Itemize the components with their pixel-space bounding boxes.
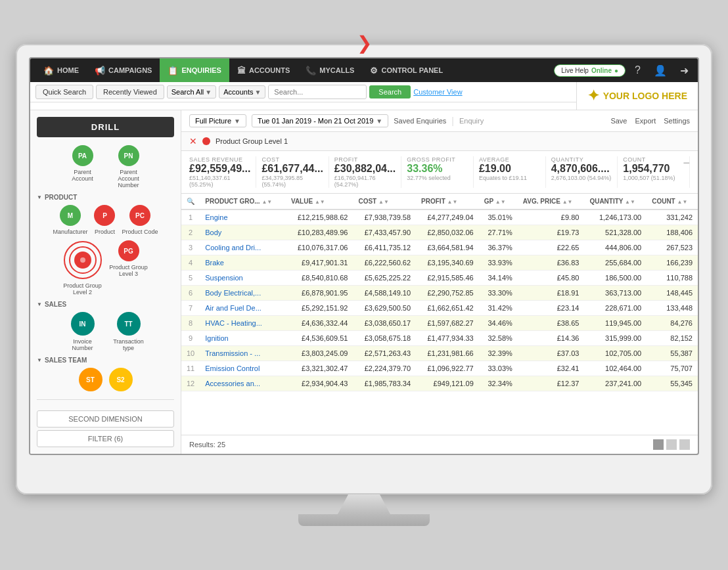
search-col-icon: 🔍 bbox=[187, 198, 194, 205]
live-help-button[interactable]: Live Help Online ● bbox=[554, 64, 626, 77]
results-row: Results: 25 bbox=[181, 435, 698, 454]
quick-search-button[interactable]: Quick Search bbox=[35, 85, 93, 99]
parent-account-number-node[interactable]: PN Parent Account Number bbox=[109, 145, 148, 188]
product-name-cell[interactable]: Emission Control bbox=[200, 361, 286, 376]
product-name-cell[interactable]: HVAC - Heating... bbox=[200, 316, 286, 331]
logout-icon[interactable]: ➜ bbox=[676, 62, 693, 79]
transaction-type-node[interactable]: TT Transaction type bbox=[109, 312, 148, 351]
drill-button[interactable]: DRILL bbox=[37, 117, 174, 137]
filter-row: ✕ Product Group Level 1 bbox=[181, 132, 698, 151]
table-row: 7Air and Fuel De...£5,292,151.92£3,629,5… bbox=[181, 301, 698, 316]
product-node[interactable]: P Product bbox=[94, 205, 115, 235]
parent-account-node[interactable]: PA Parent Account bbox=[63, 145, 102, 188]
logo-area: ✦ YOUR LOGO HERE bbox=[576, 82, 698, 110]
chart-view-icon[interactable] bbox=[679, 439, 690, 450]
avg-price-cell: £18.91 bbox=[518, 286, 585, 301]
sales-team-node1[interactable]: ST bbox=[79, 368, 102, 394]
help-icon[interactable]: ? bbox=[631, 62, 645, 79]
col-value[interactable]: VALUE ▲▼ bbox=[286, 194, 353, 209]
collapse-button[interactable]: − bbox=[683, 156, 690, 170]
product-name-cell[interactable]: Accessories an... bbox=[200, 376, 286, 391]
filter-close-icon[interactable]: ✕ bbox=[189, 136, 197, 146]
nav-home[interactable]: 🏠 HOME bbox=[35, 58, 87, 82]
cost-cell: £4,588,149.10 bbox=[353, 286, 416, 301]
product-name-cell[interactable]: Ignition bbox=[200, 331, 286, 346]
nav-accounts[interactable]: 🏛 ACCOUNTS bbox=[229, 58, 298, 82]
full-picture-button[interactable]: Full Picture ▼ bbox=[189, 114, 246, 127]
saved-enquiries-link[interactable]: Saved Enquiries bbox=[394, 117, 446, 125]
invoice-circle: IN bbox=[71, 312, 95, 336]
gross-profit-stat: GROSS PROFIT 33.36% 32.77% selected bbox=[401, 156, 474, 188]
product-name-cell[interactable]: Suspension bbox=[200, 271, 286, 286]
gp-cell: 32.34% bbox=[479, 376, 518, 391]
product-nodes-row: M Manufacturer P Product PC Product Code bbox=[37, 205, 174, 235]
row-number: 9 bbox=[181, 331, 200, 346]
search-input[interactable] bbox=[268, 85, 367, 99]
enquiry-link[interactable]: Enquiry bbox=[459, 117, 484, 125]
second-dimension-button[interactable]: SECOND DIMENSION bbox=[37, 410, 174, 428]
panel-actions: Save Export Settings bbox=[610, 117, 690, 125]
profit-stat: PROFIT £30,882,04... £16,760,941.76 (54.… bbox=[329, 156, 401, 188]
count-stat: COUNT 1,954,770 1,000,507 (51.18%) bbox=[618, 156, 690, 188]
date-range-button[interactable]: Tue 01 Jan 2019 - Mon 21 Oct 2019 ▼ bbox=[252, 114, 388, 127]
accounts-icon: 🏛 bbox=[237, 66, 246, 76]
filter-button[interactable]: FILTER (6) bbox=[37, 430, 174, 447]
list-view-icon[interactable] bbox=[666, 439, 677, 450]
sales-team-node2[interactable]: S2 bbox=[109, 368, 133, 394]
cost-cell: £3,058,675.18 bbox=[353, 331, 416, 346]
view-icons bbox=[653, 439, 690, 450]
user-icon[interactable]: 👤 bbox=[650, 62, 671, 79]
save-link[interactable]: Save bbox=[610, 117, 627, 125]
col-product-group[interactable]: PRODUCT GRO... ▲▼ bbox=[200, 194, 286, 209]
nav-right-actions: Live Help Online ● ? 👤 ➜ bbox=[554, 62, 693, 79]
sales-team-circle2: S2 bbox=[109, 368, 133, 391]
invoice-number-node[interactable]: IN Invoice Number bbox=[63, 312, 102, 351]
product-name-cell[interactable]: Transmission - ... bbox=[200, 346, 286, 361]
date-range-arrow-icon: ▼ bbox=[376, 118, 382, 125]
count-cell: 55,345 bbox=[647, 376, 698, 391]
product-name-cell[interactable]: Air and Fuel De... bbox=[200, 301, 286, 316]
product-name-cell[interactable]: Body Electrical,... bbox=[200, 286, 286, 301]
table-row: 8HVAC - Heating...£4,636,332.44£3,038,65… bbox=[181, 316, 698, 331]
nav-mycalls[interactable]: 📞 MYCALLS bbox=[298, 58, 362, 82]
product-name-cell[interactable]: Brake bbox=[200, 255, 286, 271]
product-name-cell[interactable]: Body bbox=[200, 225, 286, 240]
transaction-circle: TT bbox=[117, 312, 141, 336]
monitor-stand bbox=[16, 494, 712, 526]
col-count[interactable]: COUNT ▲▼ bbox=[647, 194, 698, 209]
full-picture-arrow-icon: ▼ bbox=[234, 118, 240, 125]
product-name-cell[interactable]: Cooling and Dri... bbox=[200, 240, 286, 255]
col-avg-price[interactable]: AVG. PRICE ▲▼ bbox=[518, 194, 585, 209]
nav-control-panel[interactable]: ⚙ CONTROL PANEL bbox=[362, 58, 451, 82]
col-cost[interactable]: COST ▲▼ bbox=[353, 194, 416, 209]
nav-campaigns[interactable]: 📢 CAMPAIGNS bbox=[87, 58, 160, 82]
average-stat: AVERAGE £19.00 Equates to £19.11 bbox=[474, 156, 546, 188]
product-code-node[interactable]: PC Product Code bbox=[122, 205, 158, 235]
customer-view-link[interactable]: Customer View bbox=[413, 88, 462, 96]
search-button[interactable]: Search bbox=[369, 85, 411, 99]
profit-cell: £949,121.09 bbox=[416, 376, 479, 391]
product-group-level3-node[interactable]: PG Product Group Level 3 bbox=[109, 240, 148, 296]
export-link[interactable]: Export bbox=[635, 117, 656, 125]
col-gp[interactable]: GP ▲▼ bbox=[479, 194, 518, 209]
row-number: 11 bbox=[181, 361, 200, 376]
col-profit[interactable]: PROFIT ▲▼ bbox=[416, 194, 479, 209]
col-quantity[interactable]: QUANTITY ▲▼ bbox=[584, 194, 647, 209]
row-number: 7 bbox=[181, 301, 200, 316]
grid-view-icon[interactable] bbox=[653, 439, 664, 450]
manufacturer-node[interactable]: M Manufacturer bbox=[53, 205, 87, 235]
row-number: 4 bbox=[181, 255, 200, 271]
accounts-dropdown[interactable]: Accounts ▼ bbox=[219, 85, 265, 99]
settings-link[interactable]: Settings bbox=[664, 117, 690, 125]
product-name-cell[interactable]: Engine bbox=[200, 209, 286, 225]
gp-cell: 34.14% bbox=[479, 271, 518, 286]
quantity-cell: 444,806.00 bbox=[584, 240, 647, 255]
product-group-level2-node[interactable]: Product Group Level 2 bbox=[63, 240, 102, 296]
recently-viewed-button[interactable]: Recently Viewed bbox=[96, 85, 164, 99]
count-cell: 84,276 bbox=[647, 316, 698, 331]
dropdown-arrow-icon: ▼ bbox=[254, 89, 261, 96]
search-all-dropdown[interactable]: Search All ▼ bbox=[167, 85, 216, 99]
quantity-cell: 315,999.00 bbox=[584, 331, 647, 346]
nav-enquiries[interactable]: 📋 ENQUIRIES bbox=[160, 58, 229, 82]
cost-cell: £1,985,783.34 bbox=[353, 376, 416, 391]
